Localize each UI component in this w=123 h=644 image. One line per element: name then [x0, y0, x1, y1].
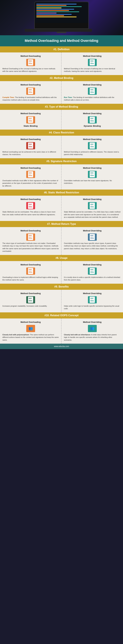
overriding-body: Run Time: The binding of overridden meth… — [64, 96, 121, 101]
overriding-col: Method Overriding Static Methods cannot … — [61, 196, 123, 221]
overloading-col: Method Overloading The return type of ov… — [0, 227, 61, 255]
section-header-s8: #8. Usage — [0, 255, 123, 261]
section-s9: #9. Benefits Method Overloading Increase… — [0, 284, 123, 312]
footer: www.educba.com — [0, 344, 123, 349]
overloading-title: Method Overloading — [2, 198, 59, 200]
overriding-body: Overridden methods may have specific ret… — [64, 242, 121, 250]
section-header-s7: #7. Method Return Type — [0, 221, 123, 227]
section-header-s4: #4. Class Restriction — [0, 130, 123, 136]
overloading-col: Method Overloading 👥 Closely knit with p… — [0, 318, 61, 344]
overloading-col: Method Overloading Static Binding — [0, 110, 61, 130]
overriding-col: Method Overriding Overridden methods may… — [61, 227, 123, 255]
overloading-body: Static Methods can be overloaded. This a… — [2, 210, 59, 216]
overriding-col: Method Overriding Helps write code logic… — [61, 290, 123, 312]
overriding-title: Method Overriding — [64, 84, 121, 86]
overriding-body: It is mostly done to write a specific im… — [64, 276, 121, 281]
overriding-col: Method Overriding Method Overriding is t… — [61, 52, 123, 75]
static-binding-label: Static Binding — [2, 125, 59, 127]
overriding-title: Method Overriding — [64, 321, 121, 323]
overriding-title: Method Overriding — [64, 167, 121, 169]
overriding-title: Method Overriding — [64, 55, 121, 57]
overriding-body: Helps write code logic to handle specifi… — [64, 305, 121, 310]
overloading-title: Method Overloading — [2, 138, 59, 140]
overloading-title: Method Overloading — [2, 112, 59, 115]
overloading-col: Method Overloading Compile Time: The bin… — [0, 81, 61, 104]
section-s10: #10. Related OOPS Concept Method Overloa… — [0, 312, 123, 344]
section-header-s6: #6. Static Method Restriction — [0, 190, 123, 196]
overriding-title: Method Overriding — [64, 138, 121, 140]
overriding-col: Method Overriding Overridden methods can… — [61, 164, 123, 190]
overriding-title: Method Overriding — [64, 230, 121, 232]
overriding-title: Method Overriding — [64, 112, 121, 115]
overriding-body: Method Overriding is achieved in differe… — [64, 150, 121, 156]
overriding-col: Method Overriding 👥 Closely knit with an… — [61, 318, 123, 344]
section-s2: #2. Method Binding Method Overloading Co… — [0, 75, 123, 104]
overloading-title: Method Overloading — [2, 264, 59, 266]
overloading-body: Compile Time: The binding of overloaded … — [2, 96, 59, 101]
section-header-s10: #10. Related OOPS Concept — [0, 312, 123, 318]
overloading-title: Method Overloading — [2, 55, 59, 57]
overloading-col: Method Overloading Overloaded methods mu… — [0, 164, 61, 190]
section-s3: #3. Type of Method Binding Method Overlo… — [0, 104, 123, 130]
overloading-title: Method Overloading — [2, 230, 59, 232]
overriding-body: Static Methods cannot be overridden. If … — [64, 210, 121, 218]
overloading-title: Method Overloading — [2, 167, 59, 169]
section-header-s2: #2. Method Binding — [0, 75, 123, 81]
overriding-title: Method Overriding — [64, 292, 121, 294]
section-header-s5: #5. Signature Restriction — [0, 158, 123, 164]
overloading-col: Method Overloading Overloading is done t… — [0, 261, 61, 284]
overloading-col: Method Overloading Method Overloading is… — [0, 52, 61, 75]
overloading-body: Method Overloading is the concept of def… — [2, 67, 59, 73]
overriding-col: Method Overriding Dynamic Binding — [61, 110, 123, 130]
section-s1: #1. Definition Method Overloading Method… — [0, 46, 123, 75]
section-header-s9: #9. Benefits — [0, 284, 123, 290]
section-s8: #8. Usage Method Overloading Overloading… — [0, 255, 123, 284]
overriding-col: Method Overriding Method Overriding is a… — [61, 136, 123, 158]
dynamic-binding-label: Dynamic Binding — [64, 125, 121, 127]
overriding-col: Method Overriding Run Time: The binding … — [61, 81, 123, 104]
overloading-body: The return type of overloaded methods do… — [2, 242, 59, 252]
overloading-body: Closely knit with polymorphism: The same… — [2, 334, 59, 342]
overloading-title: Method Overloading — [2, 292, 59, 294]
overriding-body: Closely knit with an inheritance: A chil… — [64, 334, 121, 342]
section-s7: #7. Method Return Type Method Overloadin… — [0, 221, 123, 255]
overloading-body: Overloading is done to implement differe… — [2, 276, 59, 281]
overloading-body: Increases program readability. Increases… — [2, 305, 59, 308]
overriding-body: Overridden methods can have the exact sa… — [64, 179, 121, 184]
overloading-title: Method Overloading — [2, 321, 59, 323]
overriding-col: Method Overriding It is mostly done to w… — [61, 261, 123, 284]
overloading-col: Method Overloading Increases program rea… — [0, 290, 61, 312]
section-s4: #4. Class Restriction Method Overloading… — [0, 130, 123, 158]
overriding-body: Method Overriding is the concept of defi… — [64, 67, 121, 73]
overloading-body: Method overloading can be achieved in th… — [2, 150, 59, 156]
overriding-title: Method Overriding — [64, 198, 121, 200]
section-header-s1: #1. Definition — [0, 46, 123, 52]
section-header-s3: #3. Type of Method Binding — [0, 104, 123, 110]
overloading-col: Method Overloading Static Methods can be… — [0, 196, 61, 221]
main-title: Method Overloading and Method Overriding — [0, 35, 123, 46]
section-s6: #6. Static Method Restriction Method Ove… — [0, 190, 123, 221]
hero-image — [0, 0, 123, 35]
overloading-col: Method Overloading Method overloading ca… — [0, 136, 61, 158]
section-s5: #5. Signature Restriction Method Overloa… — [0, 158, 123, 190]
overloading-title: Method Overloading — [2, 84, 59, 86]
overriding-title: Method Overriding — [64, 264, 121, 266]
overloading-body: Overloaded methods must differ in their … — [2, 179, 59, 187]
